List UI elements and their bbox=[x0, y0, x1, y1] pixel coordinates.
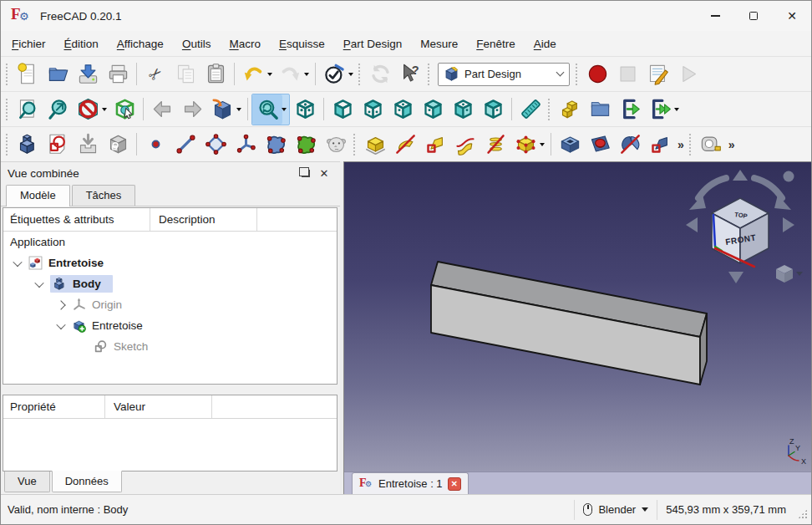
left-view-button[interactable] bbox=[478, 94, 508, 125]
save-document-button[interactable] bbox=[73, 59, 103, 89]
whats-this-button[interactable]: ? bbox=[395, 59, 425, 89]
datum-plane-button[interactable] bbox=[200, 130, 231, 160]
chevron-expanded-icon[interactable] bbox=[56, 319, 65, 329]
nav-circle-button[interactable] bbox=[784, 171, 794, 182]
document-tab[interactable]: F⚙ Entretoise : 1 ✕ bbox=[352, 472, 469, 494]
navigation-cube[interactable]: FRONT TOP bbox=[678, 166, 803, 292]
tab-model[interactable]: Modèle bbox=[6, 185, 70, 206]
tree-col-labels[interactable]: Étiquettes & attributs bbox=[3, 208, 150, 231]
measure-tape-button[interactable] bbox=[696, 130, 726, 160]
shape-binder-button[interactable] bbox=[261, 130, 291, 160]
chevron-expanded-icon[interactable] bbox=[13, 257, 22, 266]
nav-mini-cube-button[interactable] bbox=[776, 265, 803, 283]
tree-col-description[interactable]: Description bbox=[150, 208, 257, 231]
open-document-button[interactable] bbox=[43, 59, 73, 89]
tree-row-document[interactable]: Entretoise bbox=[3, 252, 337, 273]
axonometric-view-button[interactable] bbox=[290, 94, 320, 125]
undo-button[interactable] bbox=[238, 59, 268, 89]
toolbar-grip[interactable] bbox=[576, 64, 577, 85]
make-sub-link-button[interactable] bbox=[645, 94, 675, 125]
right-view-button[interactable] bbox=[388, 94, 418, 125]
document-close-button[interactable]: ✕ bbox=[448, 477, 461, 491]
chevron-expanded-icon[interactable] bbox=[34, 278, 43, 287]
front-view-button[interactable] bbox=[327, 94, 358, 125]
subtractive-loft-button[interactable] bbox=[645, 130, 675, 160]
chevron-collapsed-icon[interactable] bbox=[56, 300, 65, 309]
toolbar-grip[interactable] bbox=[6, 99, 8, 120]
menu-esquisse[interactable]: Esquisse bbox=[270, 33, 334, 54]
sync-view-button[interactable] bbox=[252, 94, 282, 125]
tab-data[interactable]: Données bbox=[52, 471, 122, 492]
navigate-back-button[interactable] bbox=[147, 94, 177, 125]
box-selection-button[interactable] bbox=[109, 94, 140, 125]
toolbar-grip[interactable] bbox=[548, 99, 550, 120]
menu-mesure[interactable]: Mesure bbox=[411, 33, 467, 54]
menu-macro[interactable]: Macro bbox=[220, 33, 270, 54]
minimize-button[interactable] bbox=[696, 1, 734, 31]
validate-dropdown[interactable] bbox=[348, 73, 353, 76]
navigate-forward-button[interactable] bbox=[177, 94, 207, 125]
toolbar-overflow-button-2[interactable]: » bbox=[726, 138, 738, 151]
copy-button[interactable] bbox=[170, 59, 200, 89]
menu-fenêtre[interactable]: Fenêtre bbox=[467, 33, 525, 54]
draw-style-dropdown[interactable] bbox=[102, 108, 107, 111]
revolution-button[interactable] bbox=[390, 130, 420, 160]
create-sketch-button[interactable] bbox=[43, 130, 73, 160]
execute-macro-button[interactable] bbox=[672, 59, 703, 89]
tab-tasks[interactable]: Tâches bbox=[72, 185, 136, 206]
menu-affichage[interactable]: Affichage bbox=[108, 33, 173, 54]
edit-sketch-button[interactable] bbox=[73, 130, 103, 160]
fit-selection-button[interactable] bbox=[43, 94, 73, 125]
hole-button[interactable] bbox=[585, 130, 615, 160]
menu-édition[interactable]: Édition bbox=[55, 33, 108, 54]
sync-view-dropdown[interactable] bbox=[282, 108, 287, 111]
toolbar-grip[interactable] bbox=[6, 134, 8, 155]
record-macro-button[interactable] bbox=[582, 59, 612, 89]
create-body-button[interactable] bbox=[13, 130, 43, 160]
additive-loft-button[interactable] bbox=[420, 130, 450, 160]
primitive-dropdown[interactable] bbox=[540, 143, 545, 146]
top-view-button[interactable] bbox=[358, 94, 388, 125]
toolbar-grip[interactable] bbox=[6, 64, 8, 85]
nav-left-arrow[interactable] bbox=[686, 217, 698, 232]
resize-grip[interactable] bbox=[798, 509, 808, 519]
create-part-button[interactable] bbox=[555, 94, 585, 125]
validate-sketch-button[interactable] bbox=[319, 59, 349, 89]
toolbar-grip[interactable] bbox=[428, 64, 429, 85]
toolbar-overflow-button[interactable]: » bbox=[675, 138, 687, 151]
create-group-button[interactable] bbox=[585, 94, 615, 125]
measure-distance-button[interactable] bbox=[515, 94, 546, 125]
datum-point-button[interactable] bbox=[140, 130, 170, 160]
cut-button[interactable]: ✂ bbox=[140, 59, 170, 89]
property-col-name[interactable]: Propriété bbox=[3, 395, 105, 418]
redo-button[interactable] bbox=[275, 59, 305, 89]
additive-primitive-button[interactable] bbox=[510, 130, 540, 160]
menu-part-design[interactable]: Part Design bbox=[334, 33, 412, 54]
make-link-button[interactable] bbox=[615, 94, 645, 125]
new-document-button[interactable] bbox=[13, 59, 43, 89]
tree-row-pad[interactable]: Entretoise bbox=[3, 315, 337, 336]
refresh-button[interactable] bbox=[365, 59, 395, 89]
clone-button[interactable] bbox=[321, 130, 351, 160]
menu-fichier[interactable]: Fichier bbox=[3, 33, 55, 54]
additive-pipe-button[interactable] bbox=[450, 130, 480, 160]
local-coordinate-system-button[interactable] bbox=[231, 130, 261, 160]
isometric-view-button[interactable] bbox=[207, 94, 237, 125]
rear-view-button[interactable] bbox=[418, 94, 448, 125]
nav-down-arrow[interactable] bbox=[728, 272, 743, 283]
tree-row-origin[interactable]: Origin bbox=[3, 294, 337, 315]
view-dropdown[interactable] bbox=[236, 108, 241, 111]
navigation-style-selector[interactable]: Blender bbox=[583, 503, 648, 516]
close-button[interactable]: ✕ bbox=[773, 1, 811, 31]
edit-macro-button[interactable] bbox=[642, 59, 672, 89]
maximize-button[interactable] bbox=[734, 1, 773, 31]
menu-aide[interactable]: Aide bbox=[525, 33, 566, 54]
groove-button[interactable] bbox=[615, 130, 645, 160]
draw-style-button[interactable] bbox=[73, 94, 103, 125]
fit-all-button[interactable] bbox=[13, 94, 43, 125]
datum-line-button[interactable] bbox=[170, 130, 200, 160]
float-panel-button[interactable] bbox=[297, 165, 315, 181]
pocket-button[interactable] bbox=[555, 130, 585, 160]
toolbar-grip[interactable] bbox=[358, 64, 360, 85]
bottom-view-button[interactable] bbox=[448, 94, 478, 125]
